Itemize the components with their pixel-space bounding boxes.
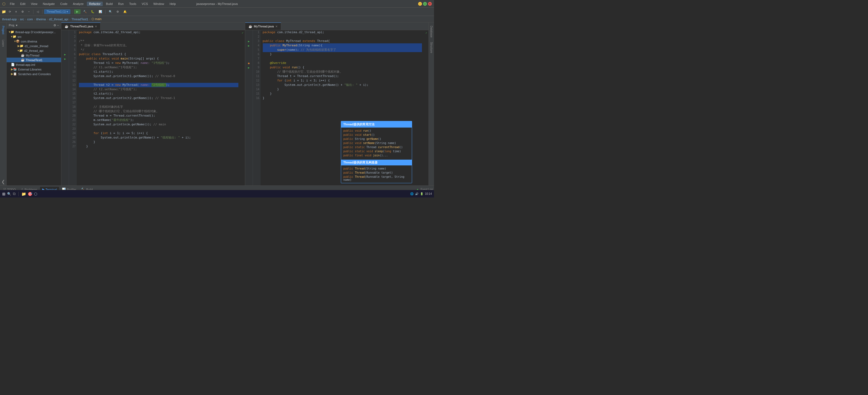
menu-view[interactable]: View: [29, 2, 40, 6]
breadcrumb-com[interactable]: com: [27, 18, 33, 21]
toolbar-separator-2: [42, 9, 42, 14]
r-code-line-2: [263, 34, 422, 39]
menu-vcs[interactable]: VCS: [140, 2, 150, 6]
breadcrumb-threadtest1[interactable]: ThreadTest1: [71, 18, 88, 21]
toolbar-indent[interactable]: ≡: [14, 9, 19, 14]
panel-header-actions: ⚙ −: [54, 24, 59, 27]
r-gutter-run-3[interactable]: ▶: [245, 39, 253, 43]
start-button[interactable]: ⊞: [2, 192, 5, 196]
tab-threadtest1[interactable]: ☕ ThreadTest1.java ✕: [61, 23, 100, 30]
panel-close-icon[interactable]: −: [57, 24, 59, 27]
coverage-button[interactable]: 📊: [97, 9, 103, 14]
tree-item-mythread[interactable]: ☕ MyThread: [7, 53, 61, 58]
menu-refactor[interactable]: Refactor: [87, 2, 103, 6]
menu-run[interactable]: Run: [116, 2, 126, 6]
maximize-button[interactable]: □: [423, 2, 427, 6]
search-button[interactable]: 🔍: [107, 9, 114, 14]
gutter-cell-27: [61, 144, 69, 149]
close-button[interactable]: ×: [428, 2, 432, 6]
tooltip-method-4: public void setName(String name): [343, 141, 410, 145]
toolbar-expand[interactable]: −: [27, 9, 32, 14]
tree-item-scratches[interactable]: ▶📋 Scratches and Consoles: [7, 72, 61, 76]
breadcrumb-project[interactable]: thread-app: [2, 18, 17, 21]
learn-tab[interactable]: Learn: [1, 37, 5, 49]
search-taskbar[interactable]: 🔍: [7, 192, 11, 196]
r-gutter-run-9[interactable]: ▶: [245, 65, 253, 70]
tree-item-src-label: src: [18, 35, 22, 38]
code-line-1: package com.itheima.d2_thread_api;: [79, 30, 238, 34]
powerpoint-icon[interactable]: 🎯: [28, 192, 32, 196]
menu-navigate[interactable]: Navigate: [40, 2, 57, 6]
tree-item-com[interactable]: ▾📦 com.itheima: [7, 39, 61, 44]
left-editor-pane: ☕ ThreadTest1.java ✕ ▶ ▶: [61, 23, 245, 186]
notifications-button[interactable]: 🔔: [122, 9, 128, 14]
gutter-cell-10: [61, 70, 69, 74]
menu-build[interactable]: Build: [104, 2, 115, 6]
tree-item-threadtest1[interactable]: ☕ ThreadTest1: [7, 58, 61, 62]
tree-item-iml[interactable]: 📄 thread-app.iml: [7, 62, 61, 67]
tab-close-threadtest1[interactable]: ✕: [95, 25, 97, 28]
settings-button[interactable]: ⚙: [115, 9, 121, 14]
breadcrumb-main[interactable]: ⬡ main: [92, 17, 102, 21]
tab-close-mythread[interactable]: ✕: [275, 25, 278, 28]
r-code-line-14: }: [263, 87, 422, 92]
r-gutter-2: [245, 34, 253, 39]
tab-mythread[interactable]: ☕ MyThread.java ✕: [245, 23, 281, 30]
r-code-line-7: [263, 57, 422, 61]
taskbar-sound-icon: 🔊: [415, 192, 418, 195]
breadcrumb-itheima[interactable]: itheima: [36, 18, 46, 21]
structure-tab[interactable]: Structure: [429, 40, 433, 55]
gutter-cell-19: [61, 109, 69, 114]
intellij-taskbar-icon[interactable]: ⬡: [34, 192, 37, 196]
ln-3: 3: [69, 39, 75, 43]
branch-selector[interactable]: ThreadTest1 (1) ▾: [44, 9, 71, 14]
menu-code[interactable]: Code: [58, 2, 70, 6]
ln-11: 11: [69, 74, 75, 79]
code-line-3: /**: [79, 39, 238, 43]
run-button[interactable]: ▶: [74, 9, 81, 14]
branch-label: ThreadTest1 (1): [46, 10, 66, 13]
panel-gear-icon[interactable]: ⚙: [54, 24, 56, 27]
left-code-content[interactable]: package com.itheima.d2_thread_api; /** *…: [77, 30, 241, 186]
r-gutter-run-4[interactable]: ▶: [245, 43, 253, 48]
breadcrumb-d2[interactable]: d2_thread_api: [49, 18, 68, 21]
ln-2: 2: [69, 34, 75, 39]
tree-item-src[interactable]: ▾📁 src: [7, 34, 61, 39]
menu-tools[interactable]: Tools: [127, 2, 138, 6]
gutter-run-6[interactable]: ▶: [61, 52, 69, 57]
breadcrumb-src[interactable]: src: [20, 18, 24, 21]
tree-item-mythread-label: MyThread: [26, 54, 39, 57]
collapse-arrow[interactable]: ❮: [1, 179, 5, 184]
tree-item-d1[interactable]: ▶📁 d1_create_thread: [7, 44, 61, 48]
code-line-15: t2.start();: [79, 92, 238, 96]
task-view[interactable]: ⧉: [13, 192, 16, 196]
database-tab[interactable]: Database: [429, 24, 433, 40]
toolbar-back[interactable]: ◁: [35, 9, 40, 14]
menu-edit[interactable]: Edit: [18, 2, 28, 6]
toolbar-settings[interactable]: ⚙: [20, 9, 26, 14]
ln-4: 4: [69, 43, 75, 48]
code-line-21: m.setName("最牛的线程");: [79, 118, 238, 122]
menu-analyze[interactable]: Analyze: [71, 2, 86, 6]
file-explorer-icon[interactable]: 📁: [21, 192, 26, 196]
toolbar-sync[interactable]: ⟳: [7, 9, 12, 14]
menu-window[interactable]: Window: [151, 2, 166, 6]
tree-item-root[interactable]: ▾📁 thread-app D:\code\javasepr...: [7, 30, 61, 34]
debug-button[interactable]: 🐛: [89, 9, 96, 14]
ln-12: 12: [69, 79, 75, 83]
tree-item-d2[interactable]: ▾📁 d2_thread_api: [7, 48, 61, 53]
app-icon: ⬡: [2, 2, 5, 6]
minimize-button[interactable]: −: [418, 2, 422, 6]
build-button[interactable]: 🔨: [82, 9, 88, 14]
tree-item-d2-label: d2_thread_api: [24, 49, 43, 52]
menu-help[interactable]: Help: [167, 2, 178, 6]
r-code-line-1: package com.itheima.d2_thread_api;: [263, 30, 422, 34]
r-gutter-15: [245, 92, 253, 96]
r-gutter-6: [245, 52, 253, 57]
menu-file[interactable]: File: [8, 2, 17, 6]
code-line-8: Thread t1 = new MyThread( name: "1号线程");: [79, 61, 238, 65]
project-tab[interactable]: Project: [1, 24, 5, 36]
tree-item-ext-libs[interactable]: ▶📚 External Libraries: [7, 67, 61, 72]
gutter-run-7[interactable]: ▶: [61, 57, 69, 61]
gutter-cell-25: [61, 136, 69, 140]
